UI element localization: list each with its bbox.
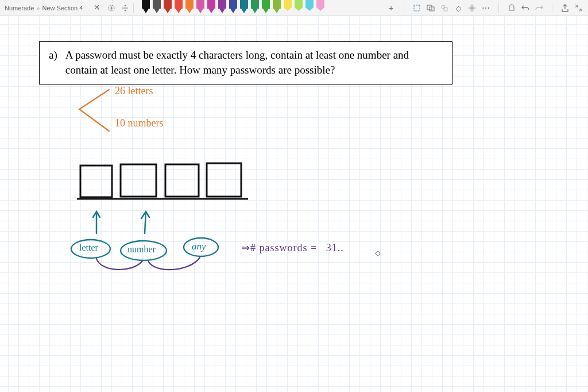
svg-rect-18 xyxy=(165,164,199,197)
breadcrumb-separator: » xyxy=(36,5,40,11)
pen-palette xyxy=(141,1,326,16)
text-cursor-icon[interactable]: I xyxy=(93,3,102,13)
toolbar: Numerade » New Section 4 I + xyxy=(0,0,588,16)
redo-icon[interactable] xyxy=(535,3,544,13)
label-any: any xyxy=(192,241,206,252)
label-letter: letter xyxy=(79,243,98,253)
pen-gray[interactable] xyxy=(152,0,162,14)
svg-point-6 xyxy=(125,9,126,10)
highlighter-blue[interactable] xyxy=(304,0,315,14)
share-icon[interactable] xyxy=(560,3,570,13)
toolbar-divider xyxy=(552,3,552,13)
eraser-icon[interactable] xyxy=(454,3,463,13)
add-shape-icon[interactable] xyxy=(107,3,116,13)
svg-rect-24 xyxy=(376,251,380,256)
result-expression: ⇒# passwords = 31.. xyxy=(241,241,344,254)
svg-rect-16 xyxy=(80,166,112,197)
pen-brightgreen[interactable] xyxy=(261,0,271,14)
svg-point-10 xyxy=(442,5,445,9)
divide-icon[interactable] xyxy=(121,3,130,13)
bell-icon[interactable] xyxy=(507,3,516,13)
select-icon[interactable] xyxy=(426,3,435,13)
svg-rect-7 xyxy=(414,5,420,11)
annotation-letters: 26 letters xyxy=(115,85,153,97)
toolbar-divider xyxy=(133,3,134,13)
svg-rect-17 xyxy=(121,164,156,197)
highlighter-green[interactable] xyxy=(293,0,304,14)
undo-icon[interactable] xyxy=(521,3,530,13)
question-label: a) xyxy=(49,48,57,77)
pen-blue[interactable] xyxy=(228,0,238,14)
label-number: number xyxy=(127,244,156,255)
toolbar-divider xyxy=(404,3,404,13)
annotation-numbers: 10 numbers xyxy=(115,117,164,129)
canvas[interactable]: a) A password must be exactly 4 characte… xyxy=(0,16,588,392)
question-box: a) A password must be exactly 4 characte… xyxy=(39,41,452,84)
right-tools: + ⋯ xyxy=(386,3,583,13)
pen-teal[interactable] xyxy=(239,0,249,14)
more-icon[interactable]: ⋯ xyxy=(481,3,490,13)
pen-black[interactable] xyxy=(141,0,151,14)
pen-red[interactable] xyxy=(173,0,184,14)
question-text: A password must be exactly 4 characters … xyxy=(65,48,409,77)
plus-icon[interactable]: + xyxy=(386,3,396,13)
toolbar-divider xyxy=(498,3,499,13)
breadcrumb: Numerade » New Section 4 xyxy=(5,5,83,11)
breadcrumb-root[interactable]: Numerade xyxy=(5,5,34,11)
pen-pink[interactable] xyxy=(195,0,206,14)
svg-text:I: I xyxy=(98,6,99,11)
text-tools: I xyxy=(93,3,130,13)
pen-darkred[interactable] xyxy=(163,0,173,14)
collapse-icon[interactable] xyxy=(574,3,583,13)
highlighter-yellow[interactable] xyxy=(283,0,293,14)
pen-lime[interactable] xyxy=(272,0,282,14)
svg-rect-19 xyxy=(207,163,241,197)
grid-icon[interactable] xyxy=(467,3,477,13)
pen-orange[interactable] xyxy=(184,0,195,14)
breadcrumb-section[interactable]: New Section 4 xyxy=(42,5,83,11)
highlighter-pink[interactable] xyxy=(315,0,326,14)
shapes-icon[interactable] xyxy=(440,3,449,13)
svg-point-5 xyxy=(125,5,126,6)
lasso-icon[interactable] xyxy=(412,3,421,13)
pen-green[interactable] xyxy=(250,0,260,14)
pen-magenta[interactable] xyxy=(206,0,216,14)
pen-purple[interactable] xyxy=(217,0,227,14)
